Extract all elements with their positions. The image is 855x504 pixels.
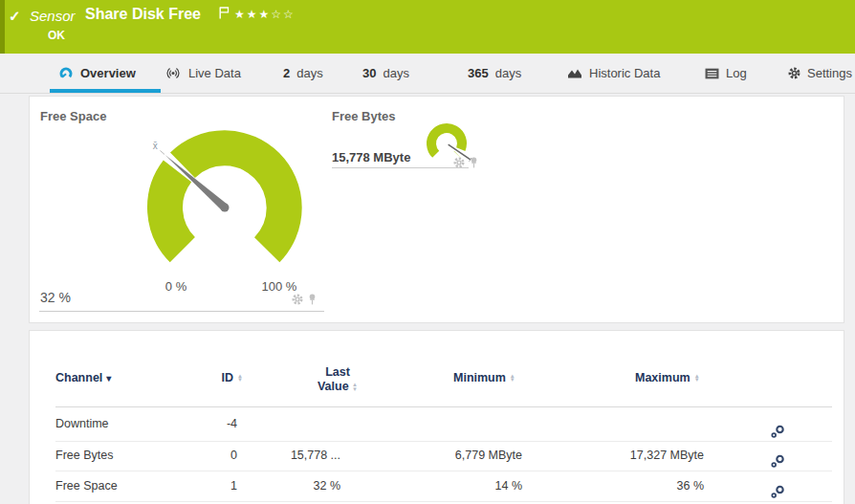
- column-label: ID: [222, 371, 234, 384]
- gauge-settings-gear-icon[interactable]: [292, 294, 303, 305]
- status-badge: OK: [48, 29, 65, 42]
- gauges-panel: x̄ Free Space 0 % 100 % 32 % Free Bytes …: [29, 96, 844, 323]
- gauge-icon: [58, 66, 74, 81]
- tab-30-days[interactable]: 30 days: [362, 54, 409, 93]
- cell-channel: Free Space: [55, 471, 118, 501]
- tab-number: 365: [468, 66, 489, 80]
- flag-icon: [219, 6, 230, 23]
- column-header-minimum[interactable]: Minimum ▲▼: [453, 371, 515, 384]
- gauge-value-free-space: 32 %: [40, 290, 71, 305]
- status-edge-stripe: [0, 0, 5, 54]
- tab-live-data[interactable]: Live Data: [164, 54, 241, 93]
- priority-rating-stars[interactable]: ★★★☆☆: [234, 8, 296, 21]
- sort-icon: ▲▼: [237, 374, 243, 383]
- tab-label: Log: [726, 66, 747, 80]
- page-title: Share Disk Free: [85, 6, 201, 23]
- tab-number: 30: [362, 66, 376, 80]
- gauge-title-free-bytes: Free Bytes: [332, 109, 395, 123]
- tab-label: days: [383, 66, 408, 80]
- area-chart-icon: [567, 67, 582, 79]
- tab-settings[interactable]: Settings: [788, 54, 852, 93]
- gear-icon: [788, 67, 800, 79]
- sensor-kind-label: Sensor: [30, 8, 76, 24]
- gauge-block-divider: [39, 311, 324, 312]
- cell-minimum: 14 %: [388, 471, 522, 501]
- table-row-downtime[interactable]: Downtime -4: [30, 407, 845, 441]
- tab-label: days: [296, 66, 322, 80]
- column-label: Maximum: [635, 371, 691, 384]
- column-label: Last Value: [318, 365, 350, 393]
- cell-channel: Downtime: [55, 407, 109, 441]
- tab-365-days[interactable]: 365 days: [468, 54, 521, 93]
- cell-maximum: 36 %: [570, 471, 704, 501]
- gauge-scale-max: 100 %: [251, 279, 308, 294]
- gauge-block-divider: [332, 167, 469, 168]
- cell-maximum: 17,327 MByte: [570, 441, 704, 471]
- cell-id: 1: [180, 471, 237, 501]
- cell-id: -4: [180, 407, 237, 441]
- sort-icon: ▲▼: [694, 374, 700, 383]
- sort-direction-icon: ▾: [106, 373, 111, 383]
- tab-number: 2: [283, 66, 290, 80]
- gauge-controls-free-space: [292, 294, 317, 305]
- tab-label: days: [495, 66, 521, 80]
- status-check-icon: ✓: [9, 8, 21, 25]
- column-label: Minimum: [453, 371, 506, 384]
- row-divider: [55, 501, 832, 502]
- tab-overview[interactable]: Overview: [50, 54, 161, 93]
- channel-settings-icon[interactable]: [771, 479, 785, 504]
- column-header-maximum[interactable]: Maximum ▲▼: [635, 371, 700, 384]
- column-header-id[interactable]: ID ▲▼: [180, 371, 243, 384]
- gauge-scale-min: 0 %: [152, 279, 200, 294]
- cell-minimum: 6,779 MByte: [388, 441, 522, 471]
- channel-table-panel: Channel ▾ ID ▲▼ Last Value ▲▼ Minimum ▲▼…: [29, 330, 844, 504]
- cell-id: 0: [180, 441, 237, 471]
- column-label: Channel: [55, 371, 102, 384]
- table-row-free-bytes[interactable]: Free Bytes 0 15,778 ... 6,779 MByte 17,3…: [30, 441, 845, 471]
- cell-last-value: 32 %: [245, 471, 340, 501]
- log-list-icon: [705, 68, 719, 79]
- table-row-free-space[interactable]: Free Space 1 32 % 14 % 36 %: [30, 471, 845, 501]
- cell-last-value: 15,778 ...: [245, 441, 340, 471]
- tab-historic-data[interactable]: Historic Data: [567, 54, 660, 93]
- broadcast-icon: [164, 67, 182, 79]
- tab-2-days[interactable]: 2 days: [283, 54, 323, 93]
- cell-channel: Free Bytes: [55, 441, 113, 471]
- gauge-value-free-bytes: 15,778 MByte: [332, 150, 410, 164]
- pin-icon[interactable]: [308, 294, 317, 305]
- gauge-title-free-space: Free Space: [40, 109, 106, 123]
- tab-label: Overview: [80, 66, 136, 80]
- tab-label: Settings: [807, 66, 852, 80]
- tab-label: Live Data: [188, 66, 241, 80]
- sensor-header: ✓ Sensor Share Disk Free ★★★☆☆ OK: [0, 0, 855, 54]
- tab-label: Historic Data: [589, 66, 660, 80]
- column-header-channel[interactable]: Channel ▾: [55, 371, 111, 384]
- sort-icon: ▲▼: [352, 383, 358, 391]
- tab-bar: Overview Live Data 2 days 30 days 365 da…: [0, 54, 855, 94]
- pin-icon[interactable]: [470, 157, 478, 168]
- tab-log[interactable]: Log: [705, 54, 747, 93]
- svg-text:x̄: x̄: [153, 141, 158, 151]
- prtg-sensor-page: ✓ Sensor Share Disk Free ★★★☆☆ OK Overvi…: [0, 0, 855, 504]
- sort-icon: ▲▼: [510, 374, 515, 383]
- column-header-last-value[interactable]: Last Value ▲▼: [313, 365, 362, 394]
